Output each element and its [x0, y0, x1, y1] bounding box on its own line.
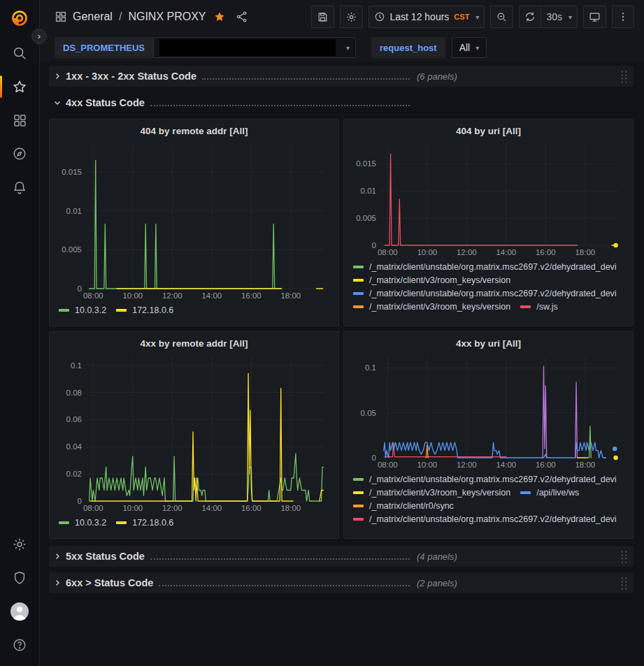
- sidebar: [0, 0, 40, 666]
- refresh-interval-label: 30s: [546, 11, 562, 22]
- sidebar-item-alerting[interactable]: [0, 171, 39, 204]
- legend-swatch: [59, 521, 69, 524]
- svg-text:0.005: 0.005: [62, 245, 82, 254]
- legend-label: /_matrix/client/unstable/org.matrix.msc2…: [369, 475, 617, 484]
- zoom-out-time-button[interactable]: [490, 6, 513, 28]
- legend-item[interactable]: /_matrix/client/v3/room_keys/version: [353, 488, 510, 498]
- panel-title[interactable]: 4xx by uri [All]: [350, 335, 627, 352]
- legend-item[interactable]: 10.0.3.2: [59, 305, 106, 315]
- datasource-variable-dropdown[interactable]: ▾: [153, 37, 356, 58]
- legend-swatch: [353, 266, 364, 268]
- zoom-out-icon: [496, 11, 508, 23]
- redacted-value: [159, 39, 336, 56]
- panel-title[interactable]: 404 by uri [All]: [350, 123, 627, 139]
- svg-text:0.015: 0.015: [62, 168, 82, 176]
- legend-swatch: [353, 279, 364, 282]
- dashboard-settings-button[interactable]: [340, 6, 363, 28]
- panel-legend: 10.0.3.2172.18.0.6: [56, 516, 332, 533]
- svg-text:0: 0: [372, 241, 376, 249]
- row-header-4xx[interactable]: 4xx Status Code: [49, 92, 634, 113]
- legend-item[interactable]: /_matrix/client/v3/room_keys/version: [353, 275, 510, 285]
- panel-title[interactable]: 4xx by remote addr [All]: [56, 335, 332, 352]
- variables-submenu: DS_PROMETHEUS ▾ request_host All ▾: [40, 34, 644, 61]
- timeseries-chart[interactable]: 08:0010:0012:0014:0016:0018:0000.0050.01…: [350, 139, 627, 259]
- row-header-5xx[interactable]: 5xx Status Code (4 panels): [49, 546, 634, 567]
- legend-swatch: [116, 521, 127, 524]
- user-avatar[interactable]: [0, 595, 39, 628]
- breadcrumb-dashboard-title[interactable]: NGINX PROXY: [128, 10, 206, 23]
- breadcrumb-section[interactable]: General: [73, 10, 113, 23]
- refresh-button[interactable]: [519, 6, 541, 28]
- legend-item[interactable]: /_matrix/client/v3/room_keys/version: [353, 302, 510, 312]
- chevron-down-icon: ▾: [475, 13, 479, 21]
- legend-item[interactable]: /_matrix/client/unstable/org.matrix.msc2…: [353, 475, 617, 484]
- svg-text:14:00: 14:00: [201, 291, 222, 300]
- refresh-interval-picker[interactable]: 30s ▾: [541, 6, 578, 28]
- refresh-group: 30s ▾: [519, 6, 578, 28]
- panel-title[interactable]: 404 by remote addr [All]: [56, 123, 332, 139]
- request-host-variable-label[interactable]: request_host: [371, 37, 445, 58]
- svg-text:18:00: 18:00: [280, 504, 301, 512]
- timeseries-chart[interactable]: 08:0010:0012:0014:0016:0018:0000.050.1: [350, 352, 627, 472]
- favorite-star-icon[interactable]: [213, 10, 226, 23]
- sidebar-item-dashboards[interactable]: [0, 103, 39, 137]
- row-drag-handle[interactable]: [620, 550, 628, 563]
- legend-item[interactable]: /_matrix/client/unstable/org.matrix.msc2…: [353, 514, 617, 524]
- svg-text:0.02: 0.02: [66, 470, 82, 478]
- svg-text:0.08: 0.08: [66, 389, 82, 397]
- legend-item[interactable]: 10.0.3.2: [59, 518, 106, 528]
- more-options-kebab-button[interactable]: [612, 6, 634, 28]
- sidebar-item-starred[interactable]: [0, 70, 39, 103]
- svg-text:10:00: 10:00: [417, 461, 437, 469]
- panel-4xx-by-uri: 4xx by uri [All] 08:0010:0012:0014:0016:…: [343, 331, 634, 539]
- legend-label: /_matrix/client/unstable/org.matrix.msc2…: [369, 262, 617, 272]
- svg-text:0.06: 0.06: [66, 415, 82, 424]
- dotted-leader: [159, 578, 410, 586]
- legend-label: /sw.js: [536, 302, 558, 312]
- svg-text:12:00: 12:00: [457, 248, 477, 256]
- legend-item[interactable]: 172.18.0.6: [116, 518, 173, 528]
- breadcrumb: General / NGINX PROXY: [73, 10, 206, 23]
- tv-mode-button[interactable]: [583, 6, 606, 28]
- settings-gear-icon[interactable]: [0, 528, 39, 561]
- request-host-value: All: [459, 42, 471, 53]
- legend-item[interactable]: 172.18.0.6: [116, 305, 173, 315]
- legend-item[interactable]: /api/live/ws: [520, 488, 579, 498]
- datasource-variable-label[interactable]: DS_PROMETHEUS: [55, 37, 153, 58]
- legend-label: /_matrix/client/v3/room_keys/version: [369, 488, 510, 498]
- sidebar-expand-button[interactable]: ›: [31, 29, 47, 44]
- svg-text:14:00: 14:00: [201, 504, 222, 512]
- refresh-icon: [524, 11, 536, 22]
- chevron-right-icon: [49, 579, 66, 587]
- server-admin-shield-icon[interactable]: [0, 561, 39, 595]
- legend-item[interactable]: /_matrix/client/unstable/org.matrix.msc2…: [353, 289, 617, 298]
- svg-text:0.015: 0.015: [356, 159, 376, 168]
- svg-text:10:00: 10:00: [122, 291, 143, 300]
- legend-item[interactable]: /_matrix/client/r0/sync: [353, 501, 454, 511]
- sidebar-item-explore[interactable]: [0, 137, 39, 171]
- legend-swatch: [353, 505, 364, 507]
- time-range-picker[interactable]: Last 12 hours CST ▾: [368, 6, 485, 28]
- legend-label: /_matrix/client/v3/room_keys/version: [369, 275, 510, 285]
- row-header-1xx-3xx-2xx[interactable]: 1xx - 3xx - 2xx Status Code (6 panels): [49, 66, 634, 87]
- row-panel-count: (4 panels): [417, 551, 457, 562]
- help-icon[interactable]: [0, 628, 39, 662]
- timeseries-chart[interactable]: 08:0010:0012:0014:0016:0018:0000.020.040…: [56, 352, 332, 515]
- share-icon[interactable]: [236, 10, 248, 23]
- row-drag-handle[interactable]: [620, 577, 628, 590]
- request-host-variable-dropdown[interactable]: All ▾: [452, 37, 487, 58]
- panel-404-by-remote-addr: 404 by remote addr [All] 08:0010:0012:00…: [49, 119, 339, 326]
- svg-text:12:00: 12:00: [457, 461, 477, 469]
- row-panel-count: (2 panels): [417, 578, 457, 588]
- chevron-right-icon: [49, 72, 66, 80]
- row-header-6xx[interactable]: 6xx > Status Code (2 panels): [49, 572, 634, 593]
- save-dashboard-button[interactable]: [311, 6, 334, 28]
- row-drag-handle[interactable]: [620, 70, 628, 83]
- timeseries-chart[interactable]: 08:0010:0012:0014:0016:0018:0000.0050.01…: [56, 139, 332, 303]
- svg-text:10:00: 10:00: [417, 248, 437, 256]
- legend-item[interactable]: /_matrix/client/unstable/org.matrix.msc2…: [353, 262, 617, 272]
- svg-text:0.01: 0.01: [66, 207, 82, 215]
- legend-item[interactable]: /sw.js: [520, 302, 558, 312]
- legend-label: /_matrix/client/unstable/org.matrix.msc2…: [369, 289, 617, 298]
- grafana-app: › General / NGINX PROXY: [0, 0, 644, 666]
